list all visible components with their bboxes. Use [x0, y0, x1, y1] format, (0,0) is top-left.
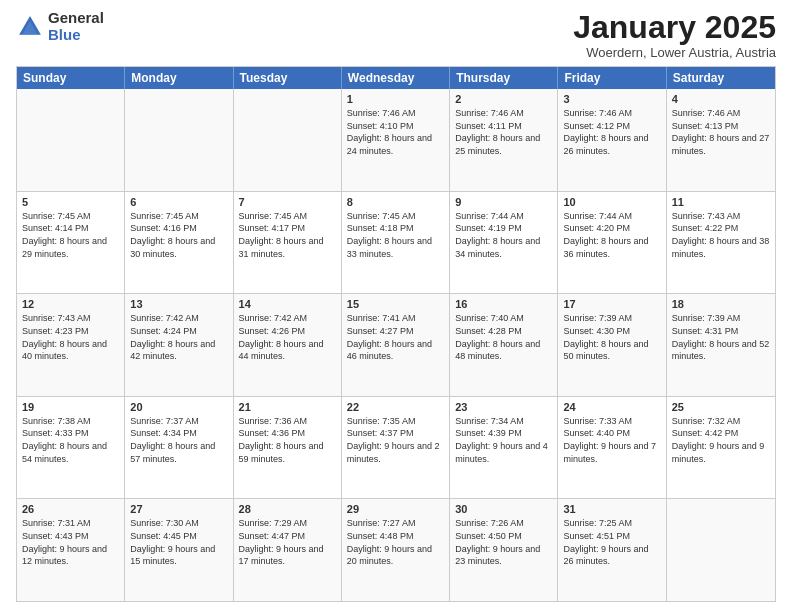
day-info: Sunrise: 7:36 AM Sunset: 4:36 PM Dayligh… — [239, 415, 336, 465]
day-number: 23 — [455, 401, 552, 413]
calendar-body: 1Sunrise: 7:46 AM Sunset: 4:10 PM Daylig… — [17, 89, 775, 601]
calendar-day-17: 17Sunrise: 7:39 AM Sunset: 4:30 PM Dayli… — [558, 294, 666, 396]
calendar-day-16: 16Sunrise: 7:40 AM Sunset: 4:28 PM Dayli… — [450, 294, 558, 396]
day-info: Sunrise: 7:42 AM Sunset: 4:26 PM Dayligh… — [239, 312, 336, 362]
day-number: 15 — [347, 298, 444, 310]
calendar-day-6: 6Sunrise: 7:45 AM Sunset: 4:16 PM Daylig… — [125, 192, 233, 294]
day-number: 28 — [239, 503, 336, 515]
logo: General Blue — [16, 10, 104, 43]
day-number: 29 — [347, 503, 444, 515]
day-number: 4 — [672, 93, 770, 105]
day-number: 6 — [130, 196, 227, 208]
calendar-day-30: 30Sunrise: 7:26 AM Sunset: 4:50 PM Dayli… — [450, 499, 558, 601]
calendar-day-4: 4Sunrise: 7:46 AM Sunset: 4:13 PM Daylig… — [667, 89, 775, 191]
day-info: Sunrise: 7:39 AM Sunset: 4:30 PM Dayligh… — [563, 312, 660, 362]
day-number: 12 — [22, 298, 119, 310]
day-info: Sunrise: 7:30 AM Sunset: 4:45 PM Dayligh… — [130, 517, 227, 567]
calendar-day-13: 13Sunrise: 7:42 AM Sunset: 4:24 PM Dayli… — [125, 294, 233, 396]
calendar-day-27: 27Sunrise: 7:30 AM Sunset: 4:45 PM Dayli… — [125, 499, 233, 601]
location-subtitle: Woerdern, Lower Austria, Austria — [573, 45, 776, 60]
header: General Blue January 2025 Woerdern, Lowe… — [16, 10, 776, 60]
calendar-day-23: 23Sunrise: 7:34 AM Sunset: 4:39 PM Dayli… — [450, 397, 558, 499]
calendar-day-2: 2Sunrise: 7:46 AM Sunset: 4:11 PM Daylig… — [450, 89, 558, 191]
day-info: Sunrise: 7:37 AM Sunset: 4:34 PM Dayligh… — [130, 415, 227, 465]
title-block: January 2025 Woerdern, Lower Austria, Au… — [573, 10, 776, 60]
calendar-day-14: 14Sunrise: 7:42 AM Sunset: 4:26 PM Dayli… — [234, 294, 342, 396]
day-info: Sunrise: 7:45 AM Sunset: 4:17 PM Dayligh… — [239, 210, 336, 260]
header-day-sunday: Sunday — [17, 67, 125, 89]
calendar-day-25: 25Sunrise: 7:32 AM Sunset: 4:42 PM Dayli… — [667, 397, 775, 499]
day-number: 20 — [130, 401, 227, 413]
header-day-saturday: Saturday — [667, 67, 775, 89]
calendar-day-31: 31Sunrise: 7:25 AM Sunset: 4:51 PM Dayli… — [558, 499, 666, 601]
day-info: Sunrise: 7:38 AM Sunset: 4:33 PM Dayligh… — [22, 415, 119, 465]
logo-text: General Blue — [48, 10, 104, 43]
day-info: Sunrise: 7:33 AM Sunset: 4:40 PM Dayligh… — [563, 415, 660, 465]
logo-blue: Blue — [48, 27, 104, 44]
header-day-wednesday: Wednesday — [342, 67, 450, 89]
calendar-day-24: 24Sunrise: 7:33 AM Sunset: 4:40 PM Dayli… — [558, 397, 666, 499]
day-number: 1 — [347, 93, 444, 105]
calendar-day-5: 5Sunrise: 7:45 AM Sunset: 4:14 PM Daylig… — [17, 192, 125, 294]
day-number: 25 — [672, 401, 770, 413]
calendar-header: SundayMondayTuesdayWednesdayThursdayFrid… — [17, 67, 775, 89]
day-info: Sunrise: 7:34 AM Sunset: 4:39 PM Dayligh… — [455, 415, 552, 465]
day-number: 31 — [563, 503, 660, 515]
day-info: Sunrise: 7:39 AM Sunset: 4:31 PM Dayligh… — [672, 312, 770, 362]
calendar-day-19: 19Sunrise: 7:38 AM Sunset: 4:33 PM Dayli… — [17, 397, 125, 499]
calendar-day-28: 28Sunrise: 7:29 AM Sunset: 4:47 PM Dayli… — [234, 499, 342, 601]
calendar-day-10: 10Sunrise: 7:44 AM Sunset: 4:20 PM Dayli… — [558, 192, 666, 294]
day-number: 26 — [22, 503, 119, 515]
day-number: 11 — [672, 196, 770, 208]
header-day-thursday: Thursday — [450, 67, 558, 89]
day-info: Sunrise: 7:43 AM Sunset: 4:23 PM Dayligh… — [22, 312, 119, 362]
calendar-day-7: 7Sunrise: 7:45 AM Sunset: 4:17 PM Daylig… — [234, 192, 342, 294]
calendar-week-2: 5Sunrise: 7:45 AM Sunset: 4:14 PM Daylig… — [17, 192, 775, 295]
day-number: 21 — [239, 401, 336, 413]
day-number: 9 — [455, 196, 552, 208]
day-info: Sunrise: 7:46 AM Sunset: 4:10 PM Dayligh… — [347, 107, 444, 157]
day-number: 30 — [455, 503, 552, 515]
day-number: 24 — [563, 401, 660, 413]
day-info: Sunrise: 7:45 AM Sunset: 4:18 PM Dayligh… — [347, 210, 444, 260]
calendar-day-21: 21Sunrise: 7:36 AM Sunset: 4:36 PM Dayli… — [234, 397, 342, 499]
calendar-day-11: 11Sunrise: 7:43 AM Sunset: 4:22 PM Dayli… — [667, 192, 775, 294]
day-number: 22 — [347, 401, 444, 413]
day-info: Sunrise: 7:43 AM Sunset: 4:22 PM Dayligh… — [672, 210, 770, 260]
day-number: 17 — [563, 298, 660, 310]
calendar-empty-cell — [17, 89, 125, 191]
header-day-friday: Friday — [558, 67, 666, 89]
calendar-week-5: 26Sunrise: 7:31 AM Sunset: 4:43 PM Dayli… — [17, 499, 775, 601]
calendar-empty-cell — [125, 89, 233, 191]
calendar-day-20: 20Sunrise: 7:37 AM Sunset: 4:34 PM Dayli… — [125, 397, 233, 499]
calendar-day-9: 9Sunrise: 7:44 AM Sunset: 4:19 PM Daylig… — [450, 192, 558, 294]
day-info: Sunrise: 7:46 AM Sunset: 4:12 PM Dayligh… — [563, 107, 660, 157]
day-number: 7 — [239, 196, 336, 208]
calendar-week-3: 12Sunrise: 7:43 AM Sunset: 4:23 PM Dayli… — [17, 294, 775, 397]
calendar-day-22: 22Sunrise: 7:35 AM Sunset: 4:37 PM Dayli… — [342, 397, 450, 499]
logo-icon — [16, 13, 44, 41]
day-number: 8 — [347, 196, 444, 208]
day-info: Sunrise: 7:45 AM Sunset: 4:14 PM Dayligh… — [22, 210, 119, 260]
day-info: Sunrise: 7:32 AM Sunset: 4:42 PM Dayligh… — [672, 415, 770, 465]
day-info: Sunrise: 7:44 AM Sunset: 4:19 PM Dayligh… — [455, 210, 552, 260]
calendar-day-29: 29Sunrise: 7:27 AM Sunset: 4:48 PM Dayli… — [342, 499, 450, 601]
day-info: Sunrise: 7:40 AM Sunset: 4:28 PM Dayligh… — [455, 312, 552, 362]
day-info: Sunrise: 7:31 AM Sunset: 4:43 PM Dayligh… — [22, 517, 119, 567]
day-number: 16 — [455, 298, 552, 310]
day-info: Sunrise: 7:45 AM Sunset: 4:16 PM Dayligh… — [130, 210, 227, 260]
calendar-empty-cell — [234, 89, 342, 191]
calendar-empty-cell — [667, 499, 775, 601]
calendar-day-26: 26Sunrise: 7:31 AM Sunset: 4:43 PM Dayli… — [17, 499, 125, 601]
page: General Blue January 2025 Woerdern, Lowe… — [0, 0, 792, 612]
calendar-day-8: 8Sunrise: 7:45 AM Sunset: 4:18 PM Daylig… — [342, 192, 450, 294]
day-number: 14 — [239, 298, 336, 310]
calendar-day-18: 18Sunrise: 7:39 AM Sunset: 4:31 PM Dayli… — [667, 294, 775, 396]
calendar-day-15: 15Sunrise: 7:41 AM Sunset: 4:27 PM Dayli… — [342, 294, 450, 396]
day-info: Sunrise: 7:46 AM Sunset: 4:11 PM Dayligh… — [455, 107, 552, 157]
calendar-day-1: 1Sunrise: 7:46 AM Sunset: 4:10 PM Daylig… — [342, 89, 450, 191]
day-info: Sunrise: 7:25 AM Sunset: 4:51 PM Dayligh… — [563, 517, 660, 567]
day-number: 13 — [130, 298, 227, 310]
day-info: Sunrise: 7:46 AM Sunset: 4:13 PM Dayligh… — [672, 107, 770, 157]
calendar: SundayMondayTuesdayWednesdayThursdayFrid… — [16, 66, 776, 602]
